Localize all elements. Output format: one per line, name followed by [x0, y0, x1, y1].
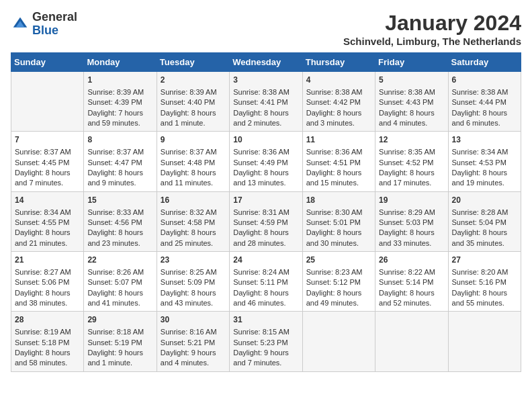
table-row: 3Sunrise: 8:38 AMSunset: 4:41 PMDaylight…: [230, 72, 302, 132]
sunset-text: Sunset: 5:01 PM: [306, 218, 361, 226]
sunset-text: Sunset: 5:09 PM: [161, 278, 215, 286]
sunrise-text: Sunrise: 8:24 AM: [233, 268, 290, 276]
sunset-text: Sunset: 5:06 PM: [15, 278, 69, 286]
sunrise-text: Sunrise: 8:22 AM: [379, 268, 435, 276]
table-row: 1Sunrise: 8:39 AMSunset: 4:39 PMDaylight…: [84, 72, 157, 132]
sunset-text: Sunset: 4:43 PM: [379, 98, 433, 106]
daylight-text: Daylight: 8 hours and 33 minutes.: [379, 228, 435, 246]
day-number: 30: [161, 314, 226, 326]
logo-text: General Blue: [32, 11, 77, 38]
daylight-text: Daylight: 8 hours and 46 minutes.: [233, 289, 289, 307]
calendar-week-row: 21Sunrise: 8:27 AMSunset: 5:06 PMDayligh…: [11, 252, 521, 312]
day-number: 11: [306, 134, 371, 146]
table-row: 9Sunrise: 8:37 AMSunset: 4:48 PMDaylight…: [157, 132, 229, 191]
sunset-text: Sunset: 4:44 PM: [452, 98, 506, 106]
daylight-text: Daylight: 8 hours and 19 minutes.: [452, 169, 508, 187]
month-title: January 2024: [343, 11, 521, 36]
day-number: 3: [233, 75, 298, 86]
day-number: 5: [379, 75, 444, 86]
daylight-text: Daylight: 8 hours and 11 minutes.: [161, 169, 216, 187]
table-row: 14Sunrise: 8:34 AMSunset: 4:55 PMDayligh…: [11, 191, 84, 251]
day-number: 29: [87, 314, 152, 326]
table-row: 21Sunrise: 8:27 AMSunset: 5:06 PMDayligh…: [11, 252, 84, 312]
sunset-text: Sunset: 4:49 PM: [233, 158, 287, 167]
sunset-text: Sunset: 4:41 PM: [233, 98, 287, 106]
daylight-text: Daylight: 8 hours and 25 minutes.: [161, 228, 216, 246]
daylight-text: Daylight: 8 hours and 49 minutes.: [306, 289, 362, 307]
sunrise-text: Sunrise: 8:37 AM: [87, 148, 144, 156]
location-title: Schinveld, Limburg, The Netherlands: [343, 36, 521, 47]
daylight-text: Daylight: 8 hours and 9 minutes.: [87, 169, 143, 187]
table-row: 31Sunrise: 8:15 AMSunset: 5:23 PMDayligh…: [230, 312, 302, 371]
day-number: 24: [233, 255, 298, 266]
day-number: 22: [87, 255, 152, 266]
sunset-text: Sunset: 5:18 PM: [15, 338, 69, 347]
day-number: 1: [87, 75, 152, 86]
day-number: 27: [452, 255, 517, 266]
day-number: 4: [306, 75, 371, 86]
sunset-text: Sunset: 4:40 PM: [161, 98, 215, 106]
daylight-text: Daylight: 8 hours and 17 minutes.: [379, 169, 435, 187]
page-header: General Blue January 2024 Schinveld, Lim…: [11, 11, 521, 47]
daylight-text: Daylight: 8 hours and 6 minutes.: [452, 109, 508, 127]
sunset-text: Sunset: 5:07 PM: [87, 278, 142, 286]
day-number: 10: [233, 134, 298, 146]
sunrise-text: Sunrise: 8:39 AM: [87, 88, 144, 96]
sunrise-text: Sunrise: 8:36 AM: [306, 148, 363, 156]
sunrise-text: Sunrise: 8:32 AM: [161, 208, 217, 216]
daylight-text: Daylight: 8 hours and 30 minutes.: [306, 228, 362, 246]
sunrise-text: Sunrise: 8:37 AM: [161, 148, 217, 156]
col-saturday: Saturday: [448, 53, 521, 72]
sunset-text: Sunset: 4:52 PM: [379, 158, 433, 167]
daylight-text: Daylight: 8 hours and 28 minutes.: [233, 228, 289, 246]
col-friday: Friday: [375, 53, 448, 72]
daylight-text: Daylight: 9 hours and 7 minutes.: [233, 349, 289, 367]
table-row: 29Sunrise: 8:18 AMSunset: 5:19 PMDayligh…: [84, 312, 157, 371]
day-number: 21: [15, 255, 80, 266]
sunset-text: Sunset: 4:55 PM: [15, 218, 69, 226]
sunset-text: Sunset: 4:59 PM: [233, 218, 287, 226]
sunrise-text: Sunrise: 8:15 AM: [233, 328, 290, 336]
sunset-text: Sunset: 5:14 PM: [379, 278, 433, 286]
table-row: 7Sunrise: 8:37 AMSunset: 4:45 PMDaylight…: [11, 132, 84, 191]
sunrise-text: Sunrise: 8:30 AM: [306, 208, 363, 216]
sunset-text: Sunset: 5:16 PM: [452, 278, 506, 286]
sunrise-text: Sunrise: 8:23 AM: [306, 268, 363, 276]
logo-icon: [11, 15, 30, 34]
day-number: 31: [233, 314, 298, 326]
sunset-text: Sunset: 5:19 PM: [87, 338, 142, 347]
day-number: 13: [452, 134, 517, 146]
sunset-text: Sunset: 4:47 PM: [87, 158, 142, 167]
table-row: 19Sunrise: 8:29 AMSunset: 5:03 PMDayligh…: [375, 191, 448, 251]
table-row: [448, 312, 521, 371]
table-row: 13Sunrise: 8:34 AMSunset: 4:53 PMDayligh…: [448, 132, 521, 191]
sunrise-text: Sunrise: 8:18 AM: [87, 328, 144, 336]
daylight-text: Daylight: 8 hours and 7 minutes.: [15, 169, 71, 187]
col-wednesday: Wednesday: [230, 53, 302, 72]
daylight-text: Daylight: 8 hours and 1 minute.: [161, 109, 216, 127]
sunrise-text: Sunrise: 8:16 AM: [161, 328, 217, 336]
sunset-text: Sunset: 4:56 PM: [87, 218, 142, 226]
daylight-text: Daylight: 8 hours and 13 minutes.: [233, 169, 289, 187]
sunset-text: Sunset: 5:03 PM: [379, 218, 433, 226]
daylight-text: Daylight: 8 hours and 41 minutes.: [87, 289, 143, 307]
table-row: 25Sunrise: 8:23 AMSunset: 5:12 PMDayligh…: [302, 252, 375, 312]
sunrise-text: Sunrise: 8:20 AM: [452, 268, 508, 276]
sunset-text: Sunset: 4:42 PM: [306, 98, 361, 106]
day-number: 18: [306, 195, 371, 206]
daylight-text: Daylight: 8 hours and 55 minutes.: [452, 289, 508, 307]
daylight-text: Daylight: 8 hours and 4 minutes.: [379, 109, 435, 127]
day-number: 19: [379, 195, 444, 206]
sunrise-text: Sunrise: 8:34 AM: [452, 148, 508, 156]
table-row: 28Sunrise: 8:19 AMSunset: 5:18 PMDayligh…: [11, 312, 84, 371]
day-number: 17: [233, 195, 298, 206]
day-number: 23: [161, 255, 226, 266]
sunset-text: Sunset: 5:04 PM: [452, 218, 506, 226]
table-row: 26Sunrise: 8:22 AMSunset: 5:14 PMDayligh…: [375, 252, 448, 312]
day-number: 6: [452, 75, 517, 86]
day-number: 25: [306, 255, 371, 266]
table-row: 22Sunrise: 8:26 AMSunset: 5:07 PMDayligh…: [84, 252, 157, 312]
daylight-text: Daylight: 8 hours and 23 minutes.: [87, 228, 143, 246]
col-sunday: Sunday: [11, 53, 84, 72]
daylight-text: Daylight: 9 hours and 4 minutes.: [161, 349, 216, 367]
